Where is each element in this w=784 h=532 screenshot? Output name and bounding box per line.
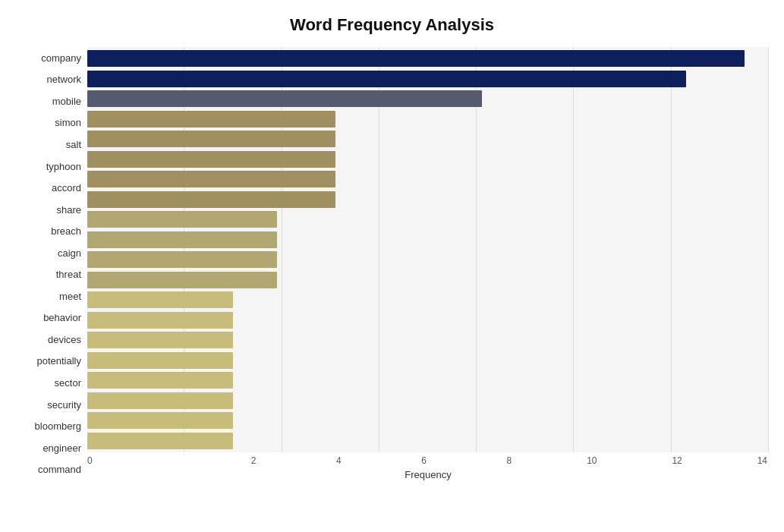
bar-row (87, 370, 769, 391)
y-label: accord (52, 183, 81, 193)
bar (87, 352, 233, 369)
bar-row (87, 290, 769, 310)
x-tick: 4 (258, 455, 343, 466)
bar-row (87, 250, 769, 270)
x-axis: 02468101214 Frequency (87, 452, 769, 480)
x-tick: 8 (428, 455, 513, 466)
y-label: potentially (36, 356, 81, 366)
y-label: breach (51, 226, 81, 236)
x-tick: 12 (599, 455, 684, 466)
y-label: company (41, 53, 81, 63)
y-label: typhoon (46, 162, 81, 172)
bar-row (87, 190, 769, 210)
bar (87, 90, 482, 107)
chart-container: Word Frequency Analysis companynetworkmo… (0, 0, 784, 532)
y-label: devices (48, 335, 81, 345)
chart-area: companynetworkmobilesimonsalttyphoonacco… (15, 47, 769, 480)
bar (87, 291, 233, 308)
bar (87, 111, 335, 127)
bar-row (87, 109, 769, 130)
bar-row (87, 169, 769, 190)
bars-container (87, 47, 769, 452)
x-tick: 14 (684, 455, 769, 466)
bar (87, 191, 335, 208)
y-label: mobile (52, 96, 81, 106)
bar-row (87, 270, 769, 291)
y-label: simon (55, 118, 81, 127)
y-label: caign (58, 248, 81, 258)
bar-row (87, 351, 769, 371)
bar-row (87, 431, 769, 452)
y-label: network (46, 74, 81, 84)
x-axis-label: Frequency (87, 469, 769, 480)
bar-row (87, 330, 769, 351)
y-label: share (56, 205, 81, 215)
bar (87, 392, 233, 409)
bar (87, 171, 335, 187)
y-label: bloomberg (35, 421, 81, 431)
bar (87, 272, 277, 288)
bar (87, 231, 277, 248)
y-label: threat (56, 269, 81, 279)
chart-title: Word Frequency Analysis (15, 15, 769, 35)
bar-row (87, 391, 769, 411)
x-tick: 10 (513, 455, 598, 466)
bar-row (87, 69, 769, 90)
bar-row (87, 129, 769, 150)
x-ticks: 02468101214 (87, 455, 769, 466)
bar (87, 433, 233, 449)
x-tick: 6 (343, 455, 428, 466)
bar-row (87, 150, 769, 170)
bar-row (87, 310, 769, 331)
bar (87, 71, 686, 87)
grid-and-bars (87, 47, 769, 452)
bar-row (87, 89, 769, 109)
y-label: meet (59, 291, 81, 301)
bar-row (87, 209, 769, 230)
bar (87, 211, 277, 228)
y-label: command (38, 464, 81, 474)
x-tick: 2 (172, 455, 257, 466)
y-label: security (47, 400, 81, 410)
x-tick: 0 (87, 455, 172, 466)
bar (87, 332, 233, 348)
bars-and-grid: 02468101214 Frequency (87, 47, 769, 480)
bar-row (87, 49, 769, 69)
bar (87, 131, 335, 147)
y-labels: companynetworkmobilesimonsalttyphoonacco… (15, 47, 87, 480)
bar-row (87, 411, 769, 431)
bar (87, 372, 233, 389)
y-label: engineer (43, 443, 81, 453)
bar-row (87, 230, 769, 250)
bar (87, 312, 233, 329)
bar (87, 50, 745, 67)
bar (87, 251, 277, 268)
y-label: salt (66, 140, 81, 150)
y-label: behavior (43, 313, 81, 323)
bar (87, 151, 335, 168)
bar (87, 412, 233, 429)
y-label: sector (55, 378, 81, 388)
